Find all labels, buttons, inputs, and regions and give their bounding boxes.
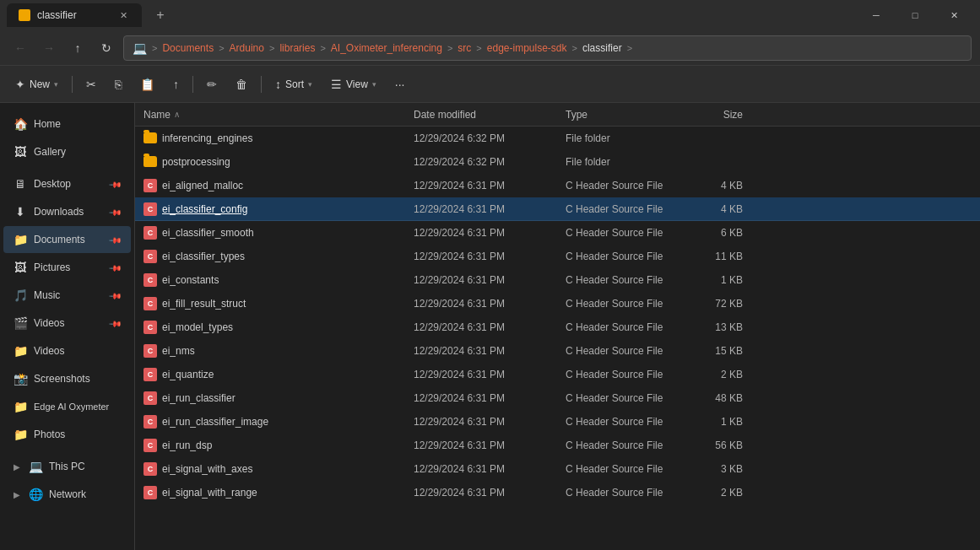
copy-icon: ⎘ (115, 78, 122, 91)
sort-icon: ↕ (275, 78, 281, 91)
cell-size: 2 KB (684, 363, 751, 386)
sidebar-item-videos[interactable]: 📁 Videos (3, 337, 131, 364)
file-name: ei_constants (162, 274, 219, 286)
col-header-date[interactable]: Date modified (405, 103, 557, 126)
cell-type: C Header Source File (557, 221, 684, 244)
file-size: 4 KB (721, 180, 743, 191)
sidebar-item-home[interactable]: 🏠 Home (3, 111, 131, 138)
c-file-icon: C (143, 415, 157, 429)
up-button[interactable]: ↑ (66, 36, 89, 60)
minimize-button[interactable]: ─ (857, 0, 896, 30)
file-type: C Header Source File (566, 180, 663, 191)
delete-button[interactable]: 🗑 (227, 71, 256, 98)
sidebar-videos-pinned-label: Videos (34, 317, 64, 329)
sort-button[interactable]: ↕ Sort ▾ (267, 71, 321, 98)
cell-date: 12/29/2024 6:32 PM (405, 150, 557, 173)
col-type-label: Type (566, 109, 587, 121)
file-size: 15 KB (715, 345, 743, 357)
file-type: C Header Source File (566, 251, 663, 262)
title-bar: classifier ✕ + ─ □ ✕ (0, 0, 980, 30)
videos-icon: 📁 (14, 344, 27, 358)
cell-type: C Header Source File (557, 174, 684, 197)
tab-folder-icon (19, 9, 30, 21)
view-dropdown-icon: ▾ (372, 80, 376, 89)
path-ai[interactable]: AI_Oximeter_inferencing (331, 42, 442, 54)
col-header-name[interactable]: Name ∧ (135, 103, 405, 126)
view-label: View (346, 78, 368, 90)
path-arduino[interactable]: Arduino (230, 42, 264, 54)
sidebar-item-this-pc[interactable]: ▶ 💻 This PC (3, 453, 131, 480)
sidebar-item-photos[interactable]: 📁 Photos (3, 421, 131, 448)
sidebar-item-downloads[interactable]: ⬇ Downloads 📌 (3, 198, 131, 225)
table-row[interactable]: C ei_nms 12/29/2024 6:31 PM C Header Sou… (135, 339, 980, 363)
cell-date: 12/29/2024 6:31 PM (405, 268, 557, 291)
col-header-size[interactable]: Size (684, 103, 751, 126)
cell-date: 12/29/2024 6:31 PM (405, 410, 557, 433)
sidebar-network-label: Network (49, 488, 86, 500)
col-header-type[interactable]: Type (557, 103, 684, 126)
sidebar-item-network[interactable]: ▶ 🌐 Network (3, 481, 131, 508)
sidebar-item-edge-ai[interactable]: 📁 Edge AI Oxymeter (3, 393, 131, 420)
table-row[interactable]: C ei_fill_result_struct 12/29/2024 6:31 … (135, 292, 980, 315)
more-button[interactable]: ··· (387, 71, 414, 98)
file-size: 1 KB (721, 416, 743, 428)
sidebar-item-gallery[interactable]: 🖼 Gallery (3, 138, 131, 165)
path-documents[interactable]: Documents (162, 42, 214, 54)
c-file-icon: C (143, 462, 157, 476)
sidebar-item-videos-pinned[interactable]: 🎬 Videos 📌 (3, 310, 131, 337)
file-size: 3 KB (721, 463, 743, 475)
path-libraries[interactable]: libraries (279, 42, 315, 54)
sep-3 (261, 76, 262, 93)
back-button[interactable]: ← (8, 36, 32, 60)
new-button[interactable]: ✦ New ▾ (7, 71, 67, 98)
path-edge[interactable]: edge-impulse-sdk (487, 42, 567, 54)
table-row[interactable]: C ei_signal_with_axes 12/29/2024 6:31 PM… (135, 457, 980, 481)
paste-button[interactable]: 📋 (132, 71, 163, 98)
sidebar-item-screenshots[interactable]: 📸 Screenshots (3, 365, 131, 392)
tab-close-button[interactable]: ✕ (116, 8, 130, 22)
sep1: > (152, 43, 157, 53)
sidebar-item-desktop[interactable]: 🖥 Desktop 📌 (3, 170, 131, 197)
file-size: 48 KB (715, 392, 743, 404)
refresh-button[interactable]: ↻ (95, 36, 118, 60)
table-row[interactable]: C ei_classifier_smooth 12/29/2024 6:31 P… (135, 221, 980, 245)
table-row[interactable]: C ei_model_types 12/29/2024 6:31 PM C He… (135, 315, 980, 339)
path-src[interactable]: src (458, 42, 471, 54)
close-button[interactable]: ✕ (934, 0, 973, 30)
table-row[interactable]: C ei_classifier_config 12/29/2024 6:31 P… (135, 197, 980, 221)
active-tab[interactable]: classifier ✕ (7, 3, 142, 27)
table-row[interactable]: C ei_quantize 12/29/2024 6:31 PM C Heade… (135, 363, 980, 386)
file-size: 2 KB (721, 369, 743, 380)
cell-type: C Header Source File (557, 268, 684, 291)
address-bar[interactable]: 💻 > Documents > Arduino > libraries > AI… (123, 35, 972, 61)
new-tab-button[interactable]: + (149, 3, 172, 27)
sidebar-item-documents[interactable]: 📁 Documents 📌 (3, 226, 131, 253)
table-row[interactable]: C ei_signal_with_range 12/29/2024 6:31 P… (135, 481, 980, 504)
c-file-icon: C (143, 486, 157, 499)
view-button[interactable]: ☰ View ▾ (322, 71, 385, 98)
table-row[interactable]: C ei_aligned_malloc 12/29/2024 6:31 PM C… (135, 174, 980, 197)
copy-button[interactable]: ⎘ (106, 71, 130, 98)
forward-button[interactable]: → (37, 36, 61, 60)
sidebar-music-label: Music (34, 289, 60, 301)
sidebar-item-music[interactable]: 🎵 Music 📌 (3, 282, 131, 309)
share-button[interactable]: ↑ (165, 71, 187, 98)
file-date: 12/29/2024 6:31 PM (414, 227, 505, 239)
table-row[interactable]: postprocessing 12/29/2024 6:32 PM File f… (135, 150, 980, 174)
cell-date: 12/29/2024 6:31 PM (405, 292, 557, 315)
table-row[interactable]: C ei_run_classifier 12/29/2024 6:31 PM C… (135, 386, 980, 410)
table-row[interactable]: C ei_constants 12/29/2024 6:31 PM C Head… (135, 268, 980, 292)
sidebar-item-pictures[interactable]: 🖼 Pictures 📌 (3, 254, 131, 281)
folder-icon (143, 156, 157, 167)
file-type: C Header Source File (566, 416, 663, 428)
maximize-button[interactable]: □ (896, 0, 934, 30)
table-row[interactable]: inferencing_engines 12/29/2024 6:32 PM F… (135, 127, 980, 150)
file-name: inferencing_engines (162, 132, 252, 144)
table-row[interactable]: C ei_run_classifier_image 12/29/2024 6:3… (135, 410, 980, 434)
table-row[interactable]: C ei_run_dsp 12/29/2024 6:31 PM C Header… (135, 434, 980, 457)
table-row[interactable]: C ei_classifier_types 12/29/2024 6:31 PM… (135, 245, 980, 268)
rename-button[interactable]: ✏ (198, 71, 225, 98)
cut-button[interactable]: ✂ (78, 71, 105, 98)
path-classifier[interactable]: classifier (582, 42, 622, 54)
file-name: ei_aligned_malloc (162, 180, 243, 191)
